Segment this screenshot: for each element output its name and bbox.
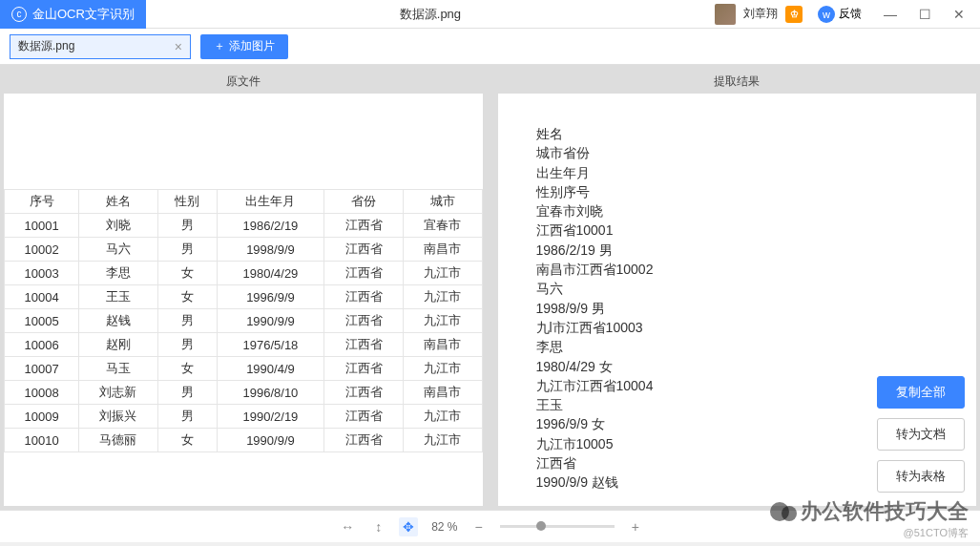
table-cell: 1996/9/9 — [217, 285, 324, 309]
table-cell: 女 — [157, 429, 217, 452]
zoom-slider[interactable] — [500, 525, 615, 528]
table-cell: 马德丽 — [79, 429, 158, 452]
table-row: 10001刘晓男1986/2/19江西省宜春市 — [5, 214, 483, 238]
table-cell: 1976/5/18 — [217, 333, 324, 357]
add-image-button[interactable]: ＋ 添加图片 — [200, 34, 288, 59]
table-cell: 1990/9/9 — [217, 309, 324, 333]
user-name: 刘章翔 — [743, 6, 778, 22]
table-cell: 江西省 — [324, 262, 404, 285]
table-cell: 女 — [157, 285, 217, 309]
minimize-button[interactable]: — — [877, 1, 904, 28]
table-cell: 1990/9/9 — [217, 429, 324, 452]
table-cell: 1990/2/19 — [217, 405, 324, 429]
table-cell: 10002 — [5, 238, 79, 262]
table-cell: 九江市 — [403, 357, 482, 381]
app-name: 金山OCR文字识别 — [32, 6, 135, 23]
maximize-button[interactable]: ☐ — [911, 1, 938, 28]
action-buttons: 复制全部 转为文档 转为表格 — [877, 376, 965, 493]
table-cell: 九江市 — [403, 309, 482, 333]
feedback-label: 反馈 — [839, 6, 862, 22]
table-cell: 1986/2/19 — [217, 214, 324, 238]
table-header: 性别 — [157, 190, 217, 214]
source-table: 序号姓名性别出生年月省份城市 10001刘晓男1986/2/19江西省宜春市10… — [4, 189, 483, 452]
table-cell: 江西省 — [324, 381, 404, 405]
table-row: 10002马六男1998/9/9江西省南昌市 — [5, 238, 483, 262]
table-cell: 江西省 — [324, 405, 404, 429]
table-cell: 刘晓 — [79, 214, 158, 238]
plus-icon: ＋ — [214, 38, 225, 54]
table-cell: 李思 — [79, 262, 158, 285]
table-cell: 1990/4/9 — [217, 357, 324, 381]
result-panel-header: 提取结果 — [498, 69, 977, 94]
table-cell: 江西省 — [324, 238, 404, 262]
table-cell: 刘振兴 — [79, 405, 158, 429]
table-row: 10008刘志新男1996/8/10江西省南昌市 — [5, 381, 483, 405]
avatar[interactable] — [715, 4, 736, 25]
to-sheet-button[interactable]: 转为表格 — [877, 460, 965, 493]
source-panel-body: 序号姓名性别出生年月省份城市 10001刘晓男1986/2/19江西省宜春市10… — [4, 94, 483, 506]
table-cell: 九江市 — [403, 285, 482, 309]
table-cell: 10004 — [5, 285, 79, 309]
vip-badge-icon: ♔ — [785, 6, 803, 23]
table-header: 城市 — [403, 190, 482, 214]
table-cell: 南昌市 — [403, 333, 482, 357]
table-cell: 男 — [157, 381, 217, 405]
table-cell: 10003 — [5, 262, 79, 285]
move-icon[interactable]: ✥ — [399, 517, 418, 536]
to-doc-button[interactable]: 转为文档 — [877, 418, 965, 451]
table-cell: 江西省 — [324, 357, 404, 381]
zoom-out-icon[interactable]: − — [471, 517, 487, 536]
table-cell: 江西省 — [324, 429, 404, 452]
table-cell: 九江市 — [403, 405, 482, 429]
clear-icon[interactable]: × — [175, 39, 182, 54]
table-cell: 女 — [157, 262, 217, 285]
table-cell: 10001 — [5, 214, 79, 238]
statusbar: ↔ ↕ ✥ 82 % − + — [0, 510, 980, 542]
table-cell: 1980/4/29 — [217, 262, 324, 285]
source-panel-header: 原文件 — [4, 69, 483, 94]
table-cell: 10008 — [5, 381, 79, 405]
table-cell: 10010 — [5, 429, 79, 452]
table-cell: 1998/9/9 — [217, 238, 324, 262]
result-panel-body: 姓名 城市省份 出生年月 性别序号 宜春市刘晓 江西省10001 1986/2/… — [498, 94, 977, 506]
table-header: 序号 — [5, 190, 79, 214]
file-input[interactable]: 数据源.png × — [10, 34, 191, 59]
table-cell: 南昌市 — [403, 381, 482, 405]
source-panel: 原文件 序号姓名性别出生年月省份城市 10001刘晓男1986/2/19江西省宜… — [4, 69, 483, 506]
fit-height-icon[interactable]: ↕ — [371, 517, 386, 536]
titlebar: c 金山OCR文字识别 数据源.png 刘章翔 ♔ w 反馈 — ☐ ✕ — [0, 0, 980, 29]
close-button[interactable]: ✕ — [946, 1, 972, 28]
table-cell: 王玉 — [79, 285, 158, 309]
table-cell: 宜春市 — [403, 214, 482, 238]
table-cell: 男 — [157, 333, 217, 357]
table-row: 10007马玉女1990/4/9江西省九江市 — [5, 357, 483, 381]
table-cell: 刘志新 — [79, 381, 158, 405]
table-cell: 赵钱 — [79, 309, 158, 333]
table-cell: 10005 — [5, 309, 79, 333]
table-cell: 九江市 — [403, 429, 482, 452]
copy-all-button[interactable]: 复制全部 — [877, 376, 965, 409]
table-cell: 江西省 — [324, 309, 404, 333]
table-cell: 江西省 — [324, 214, 404, 238]
file-input-value: 数据源.png — [18, 38, 74, 54]
table-cell: 马六 — [79, 238, 158, 262]
table-cell: 男 — [157, 405, 217, 429]
zoom-in-icon[interactable]: + — [628, 517, 643, 536]
feedback-button[interactable]: w 反馈 — [810, 2, 869, 27]
app-badge: c 金山OCR文字识别 — [0, 0, 146, 29]
table-cell: 马玉 — [79, 357, 158, 381]
table-cell: 1996/8/10 — [217, 381, 324, 405]
app-logo-icon: c — [11, 7, 27, 22]
table-cell: 10009 — [5, 405, 79, 429]
table-cell: 江西省 — [324, 285, 404, 309]
table-cell: 南昌市 — [403, 238, 482, 262]
table-header: 姓名 — [79, 190, 158, 214]
table-cell: 10006 — [5, 333, 79, 357]
fit-width-icon[interactable]: ↔ — [337, 517, 358, 536]
workspace: 原文件 序号姓名性别出生年月省份城市 10001刘晓男1986/2/19江西省宜… — [0, 65, 980, 510]
toolbar: 数据源.png × ＋ 添加图片 — [0, 29, 980, 65]
window-title: 数据源.png — [146, 6, 715, 23]
zoom-thumb[interactable] — [536, 521, 546, 531]
result-panel: 提取结果 姓名 城市省份 出生年月 性别序号 宜春市刘晓 江西省10001 19… — [498, 69, 977, 506]
table-cell: 男 — [157, 238, 217, 262]
